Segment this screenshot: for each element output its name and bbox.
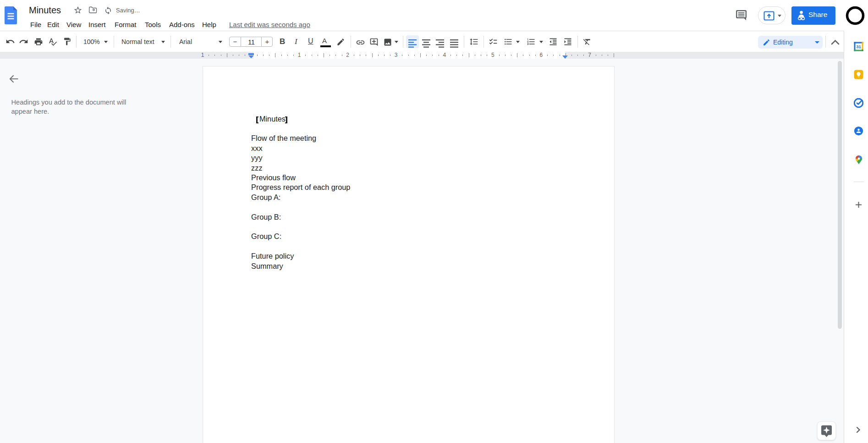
svg-text:31: 31 (856, 44, 861, 49)
